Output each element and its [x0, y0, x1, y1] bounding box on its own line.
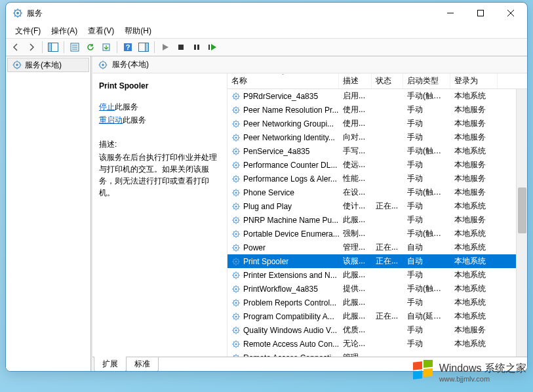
svg-point-56 [235, 302, 237, 304]
service-row[interactable]: Remote Access Connecti...管理... [227, 351, 527, 357]
column-name[interactable]: 名称ˆ [227, 73, 339, 88]
service-name-text: Portable Device Enumera... [243, 229, 339, 239]
back-button[interactable] [9, 40, 23, 54]
service-icon [231, 229, 241, 239]
forward-button[interactable] [24, 40, 39, 54]
main-body: 服务(本地) 服务(本地) Print Spooler 停止此服务 重启动此服务… [6, 56, 527, 371]
cell-logon: 本地服务 [450, 187, 498, 198]
service-icon [231, 188, 241, 197]
cell-name: Print Spooler [227, 257, 339, 266]
toolbar-separator [42, 41, 43, 53]
service-row[interactable]: Power管理...正在...自动本地系统 [227, 241, 527, 254]
cell-name: Performance Counter DL... [227, 161, 339, 170]
restart-service-link[interactable]: 重启动 [99, 115, 123, 125]
service-row[interactable]: Performance Logs & Aler...性能...手动本地服务 [227, 172, 527, 186]
service-row[interactable]: Printer Extensions and N...此服...手动本地系统 [227, 268, 527, 282]
service-icon [231, 312, 241, 321]
service-icon [231, 340, 241, 349]
service-icon [231, 106, 241, 115]
service-row[interactable]: Remote Access Auto Con...无论...手动本地系统 [227, 337, 527, 351]
column-description[interactable]: 描述 [339, 73, 372, 88]
service-row[interactable]: Quality Windows Audio V...优质...手动本地服务 [227, 323, 527, 337]
help-button[interactable]: ? [121, 40, 135, 54]
stop-service-link[interactable]: 停止 [99, 102, 115, 111]
tab-standard[interactable]: 标准 [126, 357, 159, 371]
stop-service-button[interactable] [174, 40, 188, 54]
cell-description: 使远... [339, 159, 372, 170]
tree-root-item[interactable]: 服务(本地) [7, 58, 89, 72]
service-row[interactable]: PenService_4a835手写...手动(触发...本地系统 [227, 144, 527, 158]
service-row[interactable]: PrintWorkflow_4a835提供...手动(触发...本地系统 [227, 282, 527, 296]
vertical-scrollbar[interactable] [516, 89, 527, 357]
tab-extended[interactable]: 扩展 [94, 357, 127, 371]
start-service-button[interactable] [158, 40, 172, 54]
cell-startup: 手动 [403, 214, 450, 225]
cell-name: Program Compatibility A... [227, 312, 339, 321]
service-name-text: Peer Networking Groupi... [243, 119, 334, 128]
cell-name: Plug and Play [227, 202, 339, 211]
cell-description: 使用... [339, 104, 372, 115]
pause-service-button[interactable] [189, 40, 204, 54]
toolbar-separator [64, 41, 64, 53]
service-row[interactable]: Print Spooler该服...正在...自动本地系统 [227, 254, 527, 268]
service-row[interactable]: Plug and Play使计...正在...手动本地系统 [227, 199, 527, 213]
cell-startup: 手动(触发... [403, 90, 450, 102]
export-button[interactable] [99, 40, 113, 54]
titlebar[interactable]: 服务 [6, 3, 527, 24]
close-button[interactable] [496, 3, 526, 24]
service-row[interactable]: Peer Networking Groupi...使用...手动本地服务 [227, 117, 527, 130]
maximize-button[interactable] [465, 3, 496, 24]
menu-help[interactable]: 帮助(H) [119, 24, 157, 38]
cell-startup: 手动 [403, 173, 450, 184]
service-name-text: P9RdrService_4a835 [243, 92, 318, 101]
svg-point-50 [235, 260, 237, 262]
column-logon[interactable]: 登录为 [450, 73, 498, 88]
refresh-button[interactable] [83, 40, 98, 54]
menu-file[interactable]: 文件(F) [10, 24, 46, 38]
svg-point-36 [235, 164, 237, 166]
service-row[interactable]: PNRP Machine Name Pu...此服...手动本地服务 [227, 213, 527, 227]
cell-logon: 本地系统 [450, 228, 498, 239]
cell-startup: 手动 [403, 338, 450, 349]
service-icon [231, 257, 241, 266]
cell-description: 使计... [339, 201, 372, 212]
cell-description: 提供... [339, 283, 372, 294]
service-name-text: Plug and Play [243, 202, 292, 211]
scrollbar-thumb[interactable] [518, 187, 526, 233]
service-row[interactable]: P9RdrService_4a835启用...手动(触发...本地系统 [227, 89, 527, 103]
watermark: Windows 系统之家 www.bjjmlv.com [412, 360, 526, 385]
service-row[interactable]: Peer Networking Identity...向对...手动本地服务 [227, 130, 527, 144]
cell-status: 正在... [372, 256, 403, 267]
column-status[interactable]: 状态 [372, 73, 403, 88]
show-hide-tree-button[interactable] [46, 40, 60, 54]
menu-view[interactable]: 查看(V) [83, 24, 119, 38]
cell-startup: 手动(触发... [403, 187, 450, 198]
cell-description: 该服... [339, 256, 372, 267]
menu-action[interactable]: 操作(A) [46, 24, 83, 38]
cell-description: 无论... [339, 338, 372, 349]
stop-service-line: 停止此服务 [99, 101, 220, 113]
svg-rect-67 [413, 370, 422, 379]
cell-name: Phone Service [227, 188, 339, 197]
service-row[interactable]: Program Compatibility A...此服...正在...自动(延… [227, 309, 527, 323]
content-header-label: 服务(本地) [112, 59, 149, 70]
service-row[interactable]: Performance Counter DL...使远...手动本地服务 [227, 158, 527, 172]
service-row[interactable]: Peer Name Resolution Pr...使用...手动本地服务 [227, 103, 527, 117]
service-name-text: Peer Name Resolution Pr... [243, 106, 338, 115]
column-startup[interactable]: 启动类型 [403, 73, 450, 88]
service-icon [231, 298, 241, 307]
svg-point-44 [235, 219, 237, 221]
properties-button[interactable] [68, 40, 82, 54]
cell-description: 强制... [339, 228, 372, 239]
cell-startup: 手动 [403, 269, 450, 281]
service-row[interactable]: Phone Service在设...手动(触发...本地服务 [227, 186, 527, 199]
service-row[interactable]: Problem Reports Control...此服...手动本地系统 [227, 296, 527, 309]
restart-service-button[interactable] [205, 40, 220, 54]
service-name-text: Quality Windows Audio V... [243, 326, 337, 335]
action-pane-button[interactable] [136, 40, 151, 54]
minimize-button[interactable] [435, 3, 465, 24]
service-row[interactable]: Portable Device Enumera...强制...手动(触发...本… [227, 227, 527, 241]
service-icon [231, 326, 241, 335]
detail-pane: Print Spooler 停止此服务 重启动此服务 描述: 该服务在后台执行打… [92, 73, 227, 357]
cell-name: Peer Networking Identity... [227, 133, 339, 142]
